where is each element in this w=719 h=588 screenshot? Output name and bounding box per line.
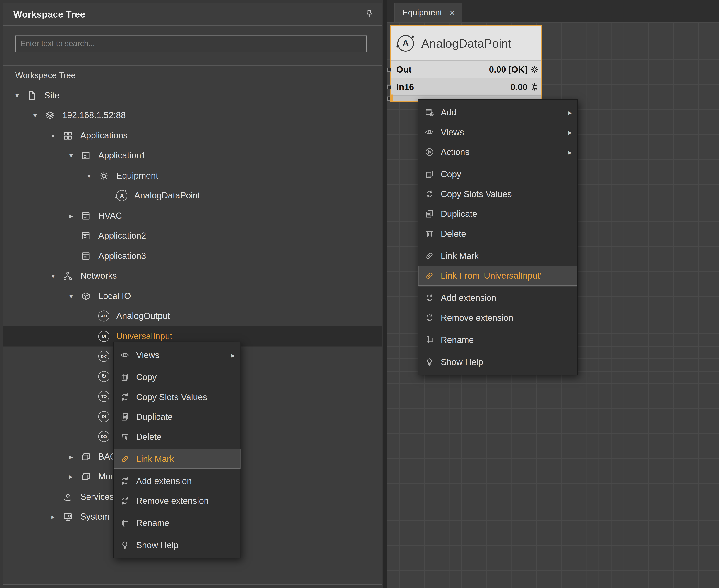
menu-item-copy-slots-values[interactable]: Copy Slots Values	[418, 184, 577, 204]
menu-item-label: Copy Slots Values	[136, 392, 207, 402]
menu-item-add[interactable]: Add ▸	[418, 102, 577, 122]
selection-handle[interactable]	[390, 95, 393, 102]
collapse-arrow-icon[interactable]: ▸	[47, 513, 60, 521]
block-slot-in16[interactable]: In16 0.00	[391, 78, 541, 96]
expand-arrow-icon[interactable]: ▾	[11, 91, 24, 100]
block-header[interactable]: A AnalogDataPoint	[391, 26, 541, 61]
lightbulb-icon	[424, 357, 435, 367]
sync-icon	[119, 392, 130, 402]
menu-separator	[419, 287, 577, 287]
tree-item-label: System	[80, 512, 109, 522]
collapse-arrow-icon[interactable]: ▸	[65, 472, 78, 481]
expand-arrow-icon[interactable]: ▾	[65, 292, 78, 300]
expand-arrow-icon[interactable]: ▾	[65, 151, 78, 160]
divider	[3, 65, 382, 66]
menu-item-add-extension[interactable]: Add extension	[418, 288, 577, 308]
panel-splitter[interactable]	[383, 0, 387, 588]
tree-item-networks[interactable]: ▾ Networks	[3, 266, 382, 286]
close-icon[interactable]: ×	[450, 8, 455, 17]
menu-item-copy[interactable]: Copy	[418, 164, 577, 184]
document-icon	[24, 90, 40, 100]
rename-icon	[424, 335, 435, 345]
tab-equipment[interactable]: Equipment ×	[395, 3, 463, 22]
menu-item-delete[interactable]: Delete	[114, 427, 241, 447]
duplicate-icon	[424, 209, 435, 219]
tree-item-hvac[interactable]: ▸ HVAC	[3, 206, 382, 226]
tree-item-application2[interactable]: Application2	[3, 226, 382, 246]
tree-item-applications[interactable]: ▾ Applications	[3, 126, 382, 146]
menu-item-show-help[interactable]: Show Help	[114, 535, 241, 555]
menu-item-copy-slots-values[interactable]: Copy Slots Values	[114, 387, 241, 407]
gear-icon[interactable]	[531, 83, 539, 91]
tree-item-analogoutput[interactable]: AO AnalogOutput	[3, 306, 382, 326]
tree-item-site[interactable]: ▾ Site	[3, 85, 382, 106]
rename-icon	[119, 518, 130, 528]
copy-icon	[119, 372, 130, 382]
application-window: Workspace Tree Workspace Tree ▾ Site ▾ 1…	[0, 0, 719, 588]
application-icon	[78, 231, 94, 241]
connector-pin[interactable]	[387, 67, 392, 71]
add-icon	[424, 107, 435, 118]
collapse-arrow-icon[interactable]: ▸	[65, 212, 78, 220]
tree-item-label: Applications	[80, 130, 127, 141]
submenu-arrow-icon: ▸	[231, 351, 235, 359]
collapse-arrow-icon[interactable]: ▸	[65, 453, 78, 461]
menu-item-label: Rename	[441, 335, 474, 345]
tree-item-equipment[interactable]: ▾ Equipment	[3, 166, 382, 186]
expand-arrow-icon[interactable]: ▾	[28, 111, 42, 120]
menu-item-remove-extension[interactable]: Remove extension	[114, 491, 241, 511]
menu-separator	[114, 512, 240, 512]
menu-item-delete[interactable]: Delete	[418, 224, 577, 244]
tree-item-analogdatapoint[interactable]: A AnalogDataPoint	[3, 186, 382, 206]
menu-item-views[interactable]: Views ▸	[418, 122, 577, 142]
menu-item-link-from-universalinput[interactable]: Link From 'UniversalInput'	[418, 266, 577, 286]
tree-item-application1[interactable]: ▾ Application1	[3, 146, 382, 166]
menu-item-link-mark[interactable]: Link Mark	[418, 246, 577, 266]
menu-item-copy[interactable]: Copy	[114, 367, 241, 387]
eye-icon	[119, 350, 130, 360]
search-input[interactable]	[15, 36, 367, 52]
cube-icon	[78, 291, 94, 301]
eye-icon	[424, 127, 435, 137]
tree-item-label: Networks	[80, 271, 117, 281]
menu-item-label: Remove extension	[136, 496, 209, 506]
tree-item-label: Application1	[98, 151, 146, 161]
expand-arrow-icon[interactable]: ▾	[47, 131, 60, 140]
submenu-arrow-icon: ▸	[568, 108, 572, 117]
menu-item-add-extension[interactable]: Add extension	[114, 471, 241, 491]
connector-pin[interactable]	[387, 85, 392, 89]
menu-item-link-mark[interactable]: Link Mark	[114, 449, 241, 469]
menu-item-label: Views	[136, 350, 160, 360]
copy-icon	[424, 169, 435, 179]
services-icon	[60, 492, 76, 502]
menu-item-rename[interactable]: Rename	[114, 513, 241, 533]
menu-item-views[interactable]: Views ▸	[114, 345, 241, 365]
point-circle-icon: DIC	[96, 351, 112, 362]
tree-item-local-io[interactable]: ▾ Local IO	[3, 286, 382, 306]
menu-item-remove-extension[interactable]: Remove extension	[418, 308, 577, 328]
function-block-analogdatapoint[interactable]: A AnalogDataPoint Out 0.00 [OK] In16 0.0…	[390, 25, 542, 102]
slot-name: Out	[396, 64, 412, 75]
menu-item-show-help[interactable]: Show Help	[418, 352, 577, 372]
tree-item-label: Site	[44, 90, 59, 100]
menu-item-duplicate[interactable]: Duplicate	[418, 204, 577, 224]
link-icon	[119, 454, 130, 464]
menu-item-label: Delete	[441, 229, 466, 239]
block-slot-out[interactable]: Out 0.00 [OK]	[391, 61, 541, 78]
sync-icon	[424, 313, 435, 323]
analog-point-icon: A	[114, 190, 130, 201]
gear-icon[interactable]	[531, 65, 539, 74]
tree-item-label: AnalogOutput	[116, 311, 170, 321]
tree-item-host[interactable]: ▾ 192.168.1.52:88	[3, 105, 382, 126]
folder-stack-icon	[78, 472, 94, 482]
menu-item-rename[interactable]: Rename	[418, 330, 577, 350]
pin-icon[interactable]	[364, 9, 375, 20]
duplicate-icon	[119, 412, 130, 422]
menu-item-label: Views	[441, 127, 464, 137]
menu-item-actions[interactable]: Actions ▸	[418, 142, 577, 162]
menu-separator	[419, 245, 577, 245]
tree-item-application3[interactable]: Application3	[3, 246, 382, 266]
expand-arrow-icon[interactable]: ▾	[47, 272, 60, 280]
menu-item-duplicate[interactable]: Duplicate	[114, 407, 241, 427]
expand-arrow-icon[interactable]: ▾	[83, 171, 96, 180]
